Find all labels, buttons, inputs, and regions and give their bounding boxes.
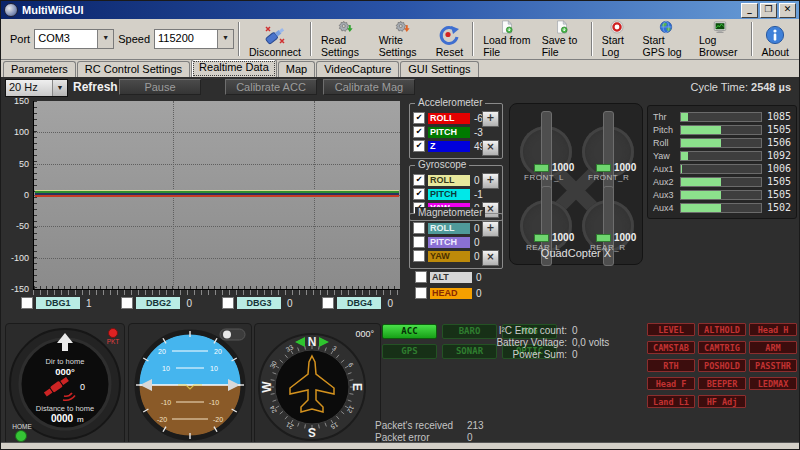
pitch-label: 10 bbox=[210, 365, 218, 372]
tab-gui-settings[interactable]: GUI Settings bbox=[400, 61, 478, 78]
read-settings-button[interactable]: Read Settings bbox=[316, 19, 374, 59]
sensor-value: 0 bbox=[476, 288, 482, 299]
mode-button-althold[interactable]: ALTHOLD bbox=[698, 323, 746, 336]
compass-label-w: W bbox=[260, 381, 274, 393]
checkbox-dbg2[interactable] bbox=[121, 297, 133, 309]
motor-label: FRONT_L bbox=[524, 173, 564, 182]
mode-button-passthr[interactable]: PASSTHR bbox=[749, 359, 797, 372]
tab-videocapture[interactable]: VideoCapture bbox=[316, 61, 399, 78]
power-sum-row: Power Sum: 0 bbox=[463, 349, 578, 360]
channel-bar bbox=[680, 151, 762, 161]
checkbox-dbg3[interactable] bbox=[222, 297, 234, 309]
start-log-button[interactable]: Start Log bbox=[597, 19, 638, 59]
checkbox-pitch[interactable]: ✔ bbox=[413, 188, 425, 200]
dbg-value: 0 bbox=[287, 298, 293, 309]
sensor-chip-acc[interactable]: ACC bbox=[382, 324, 437, 339]
channel-row-yaw: Yaw1092 bbox=[653, 149, 791, 162]
load-from-file-button[interactable]: Load from File bbox=[478, 19, 537, 59]
channel-bar bbox=[680, 112, 762, 122]
y-tick-label: 50 bbox=[3, 159, 29, 169]
mode-button-beeper[interactable]: BEEPER bbox=[698, 377, 746, 390]
scale-plus-button[interactable]: + bbox=[482, 111, 499, 127]
channel-row-roll: Roll1506 bbox=[653, 136, 791, 149]
h-gridline bbox=[34, 258, 400, 259]
checkbox-dbg1[interactable] bbox=[21, 297, 33, 309]
group-title: Gyroscope bbox=[415, 159, 469, 170]
channel-value: 1505 bbox=[762, 124, 791, 135]
checkbox-head[interactable] bbox=[415, 287, 427, 299]
tab-map[interactable]: Map bbox=[278, 61, 315, 78]
checkbox-yaw[interactable] bbox=[413, 250, 425, 262]
mode-button-rth[interactable]: RTH bbox=[647, 359, 695, 372]
channel-bar-fill bbox=[681, 178, 721, 186]
checkbox-dbg4[interactable] bbox=[322, 297, 334, 309]
scale-plus-button[interactable]: + bbox=[482, 221, 499, 237]
maximize-icon[interactable]: ❐ bbox=[760, 3, 777, 18]
mode-button-ledmax[interactable]: LEDMAX bbox=[749, 377, 797, 390]
reset-label: Reset bbox=[436, 46, 463, 58]
toolbar: Port COM3 ▼ Speed 115200 ▼ Disconnect bbox=[1, 19, 799, 60]
tab-realtime-data[interactable]: Realtime Data bbox=[191, 59, 277, 78]
dbg-label: DBG2 bbox=[136, 297, 180, 309]
mode-button-camtrig[interactable]: CAMTRIG bbox=[698, 341, 746, 354]
checkbox-pitch[interactable] bbox=[413, 236, 425, 248]
realtime-graph[interactable] bbox=[33, 101, 400, 290]
port-select[interactable]: COM3 ▼ bbox=[34, 29, 114, 49]
checkbox-alt[interactable] bbox=[415, 271, 427, 283]
log-browser-button[interactable]: Log Browser bbox=[694, 19, 747, 59]
h-gridline bbox=[34, 226, 400, 227]
mode-button-hf-adj[interactable]: HF Adj bbox=[698, 395, 746, 408]
scale-plus-button[interactable]: + bbox=[482, 173, 499, 189]
cycle-time: Cycle Time: 2548 µs bbox=[690, 81, 791, 93]
motor-level-led bbox=[596, 234, 611, 242]
mode-button-head-f[interactable]: Head F bbox=[647, 377, 695, 390]
calibrate-acc-button[interactable]: Calibrate ACC bbox=[225, 79, 317, 95]
disconnect-label: Disconnect bbox=[249, 46, 301, 58]
heading-value: 000° bbox=[355, 329, 374, 339]
speed-select[interactable]: 115200 ▼ bbox=[154, 29, 234, 49]
tab-parameters[interactable]: Parameters bbox=[3, 61, 76, 78]
start-gps-log-button[interactable]: Start GPS log bbox=[638, 19, 694, 59]
row-alt: ALT0 bbox=[412, 269, 482, 284]
sensor-chip-gps[interactable]: GPS bbox=[382, 344, 437, 359]
mode-button-head-h[interactable]: Head H bbox=[749, 323, 797, 336]
gear-read-icon bbox=[332, 20, 358, 34]
mode-button-land-li[interactable]: Land Li bbox=[647, 395, 695, 408]
chevron-down-icon[interactable]: ▼ bbox=[217, 30, 233, 48]
mode-button-camstab[interactable]: CAMSTAB bbox=[647, 341, 695, 354]
scale-remove-button[interactable]: × bbox=[482, 250, 499, 266]
motor-value: 1000 bbox=[552, 162, 574, 173]
chevron-down-icon[interactable]: ▼ bbox=[52, 80, 67, 96]
close-icon[interactable]: ✕ bbox=[779, 3, 796, 18]
disconnect-icon bbox=[262, 24, 288, 46]
tab-rc-control-settings[interactable]: RC Control Settings bbox=[77, 61, 190, 78]
checkbox-roll[interactable]: ✔ bbox=[413, 112, 425, 124]
packets-received-value: 213 bbox=[467, 420, 484, 431]
chevron-down-icon[interactable]: ▼ bbox=[97, 30, 113, 48]
reset-button[interactable]: Reset bbox=[431, 19, 468, 59]
write-settings-button[interactable]: Write Settings bbox=[374, 19, 431, 59]
checkbox-z[interactable]: ✔ bbox=[413, 140, 425, 152]
attitude-toggle-knob bbox=[223, 331, 231, 339]
checkbox-roll[interactable] bbox=[413, 222, 425, 234]
mode-button-arm[interactable]: ARM bbox=[749, 341, 797, 354]
scale-remove-button[interactable]: × bbox=[482, 140, 499, 156]
refresh-rate-select[interactable]: 20 Hz ▼ bbox=[5, 79, 68, 97]
compass-label-n: N bbox=[308, 335, 317, 349]
minimize-icon[interactable]: _ bbox=[741, 3, 758, 18]
mode-button-poshold[interactable]: POSHOLD bbox=[698, 359, 746, 372]
disconnect-button[interactable]: Disconnect bbox=[244, 19, 306, 59]
channel-label: Aux2 bbox=[653, 177, 680, 187]
calibrate-mag-button[interactable]: Calibrate Mag bbox=[323, 79, 415, 95]
about-button[interactable]: About bbox=[757, 19, 794, 59]
checkbox-pitch[interactable]: ✔ bbox=[413, 126, 425, 138]
app-icon bbox=[4, 3, 18, 17]
x-tick-comb bbox=[34, 286, 400, 289]
save-to-file-button[interactable]: Save to File bbox=[537, 19, 587, 59]
port-label: Port bbox=[10, 33, 30, 45]
checkbox-roll[interactable]: ✔ bbox=[413, 174, 425, 186]
sensor-row-pitch: PITCH0 bbox=[413, 236, 502, 248]
mode-button-level[interactable]: LEVEL bbox=[647, 323, 695, 336]
sensor-value: 0 bbox=[474, 237, 480, 248]
pause-button[interactable]: Pause bbox=[119, 79, 201, 95]
